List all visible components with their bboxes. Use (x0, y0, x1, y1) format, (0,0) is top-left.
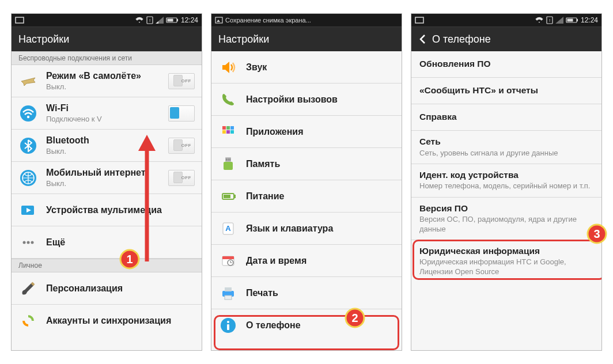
item-storage[interactable]: Память (211, 148, 402, 180)
svg-rect-40 (225, 287, 232, 291)
battery-icon (566, 17, 578, 24)
status-time: 12:24 (581, 16, 598, 24)
settings-list-2: Звук Настройки вызовов Приложения (211, 51, 402, 350)
status-bar: ! 12:24 (12, 14, 202, 26)
status-saving: Сохранение снимка экрана... (225, 17, 311, 24)
item-datetime[interactable]: Дата и время (211, 245, 402, 277)
bluetooth-icon (18, 136, 38, 156)
more-icon (18, 233, 38, 252)
bt-toggle[interactable] (168, 138, 195, 154)
svg-rect-18 (215, 17, 222, 23)
net-title: Сеть (419, 136, 593, 147)
brush-icon (18, 279, 38, 298)
item-apps[interactable]: Приложения (211, 116, 402, 148)
status-bar: ! 12:24 (411, 14, 601, 26)
apps-icon (218, 122, 238, 142)
svg-rect-29 (228, 158, 229, 161)
svg-rect-27 (224, 162, 233, 170)
mm-title: Устройства мультимедиа (46, 204, 195, 215)
svg-rect-44 (227, 324, 229, 330)
lang-title: Язык и клавиатура (246, 223, 395, 234)
item-accounts[interactable]: Аккаунты и синхронизация (12, 305, 202, 337)
acc-title: Аккаунты и синхронизация (46, 315, 195, 326)
sound-title: Звук (246, 62, 395, 73)
signal-icon (156, 17, 164, 24)
svg-rect-24 (226, 130, 230, 134)
signal-icon (555, 17, 563, 24)
item-sound[interactable]: Звук (211, 51, 402, 84)
storage-title: Память (246, 158, 395, 169)
screenshot-2: Сохранение снимка экрана... Настройки Зв… (211, 14, 402, 350)
wifi-icon (535, 17, 544, 24)
bt-sub: Выкл. (46, 147, 160, 156)
svg-rect-4 (177, 19, 178, 21)
sw-title: Версия ПО (419, 203, 593, 214)
app-header[interactable]: О телефоне (411, 26, 601, 51)
item-multimedia[interactable]: Устройства мультимедиа (12, 194, 202, 226)
item-print[interactable]: Печать (211, 277, 402, 309)
item-network[interactable]: Сеть Сеть, уровень сигнала и другие данн… (411, 131, 601, 164)
item-mobiledata[interactable]: Мобильный интернет Выкл. (12, 162, 202, 194)
item-more[interactable]: Ещё (12, 226, 202, 259)
airplane-toggle[interactable] (168, 73, 195, 89)
globe-icon (18, 168, 38, 188)
svg-rect-32 (234, 195, 236, 198)
tell-title: «Сообщить HTC» и отчеты (419, 85, 593, 96)
item-tellhtc[interactable]: «Сообщить HTC» и отчеты (411, 78, 601, 104)
sim-icon: ! (546, 16, 553, 24)
storage-icon (218, 154, 238, 174)
item-updates[interactable]: Обновления ПО (411, 51, 601, 78)
item-about[interactable]: О телефоне (211, 309, 402, 342)
svg-rect-37 (222, 256, 234, 259)
wifi-title: Wi-Fi (46, 103, 160, 113)
item-lang[interactable]: A Язык и клавиатура (211, 213, 402, 245)
svg-rect-28 (226, 158, 227, 161)
svg-point-13 (23, 241, 26, 244)
item-help[interactable]: Справка (411, 104, 601, 131)
md-sub: Выкл. (46, 179, 160, 188)
upd-title: Обновления ПО (419, 59, 593, 70)
svg-rect-33 (224, 195, 230, 198)
wifi-icon (135, 17, 144, 24)
airplane-icon (18, 71, 38, 91)
settings-list: Режим «В самолёте» Выкл. Wi-Fi Подключен… (12, 65, 202, 350)
item-personalize[interactable]: Персонализация (12, 272, 202, 305)
net-sub: Сеть, уровень сигнала и другие данные (419, 149, 593, 158)
pers-title: Персонализация (46, 283, 195, 294)
svg-rect-45 (415, 17, 423, 23)
airplane-title: Режим «В самолёте» (46, 70, 160, 81)
item-legal[interactable]: Юридическая информация Юридическая инфор… (411, 240, 601, 282)
image-icon (215, 17, 223, 24)
md-toggle[interactable] (168, 170, 195, 186)
header-title: О телефоне (432, 33, 491, 46)
item-power[interactable]: Питание (211, 180, 402, 213)
app-header: Настройки (12, 26, 202, 51)
item-swversion[interactable]: Версия ПО Версия ОС, ПО, радиомодуля, яд… (411, 198, 601, 240)
item-calls[interactable]: Настройки вызовов (211, 84, 402, 116)
status-time: 12:24 (181, 16, 198, 24)
item-airplane[interactable]: Режим «В самолёте» Выкл. (12, 65, 202, 97)
printer-icon (218, 283, 238, 303)
item-ident[interactable]: Идент. код устройства Номер телефона, мо… (411, 164, 601, 198)
bt-title: Bluetooth (46, 135, 160, 146)
ident-title: Идент. код устройства (419, 170, 593, 181)
help-title: Справка (419, 112, 593, 123)
item-bluetooth[interactable]: Bluetooth Выкл. (12, 130, 202, 162)
calendar-icon (218, 251, 238, 271)
wifi-toggle[interactable] (168, 105, 195, 122)
power-title: Питание (246, 191, 395, 202)
svg-rect-41 (225, 295, 232, 299)
language-icon: A (218, 219, 238, 238)
svg-point-7 (27, 115, 29, 117)
app-header: Настройки (211, 26, 402, 51)
svg-rect-50 (567, 19, 573, 22)
header-title: Настройки (18, 33, 69, 46)
svg-rect-21 (226, 126, 230, 130)
apps-title: Приложения (246, 126, 395, 137)
tab-icon (415, 17, 424, 24)
back-icon[interactable] (418, 34, 426, 44)
svg-point-15 (31, 241, 34, 244)
item-wifi[interactable]: Wi-Fi Подключено к V (12, 97, 202, 130)
airplane-sub: Выкл. (46, 82, 160, 92)
wifi-settings-icon (18, 104, 38, 123)
